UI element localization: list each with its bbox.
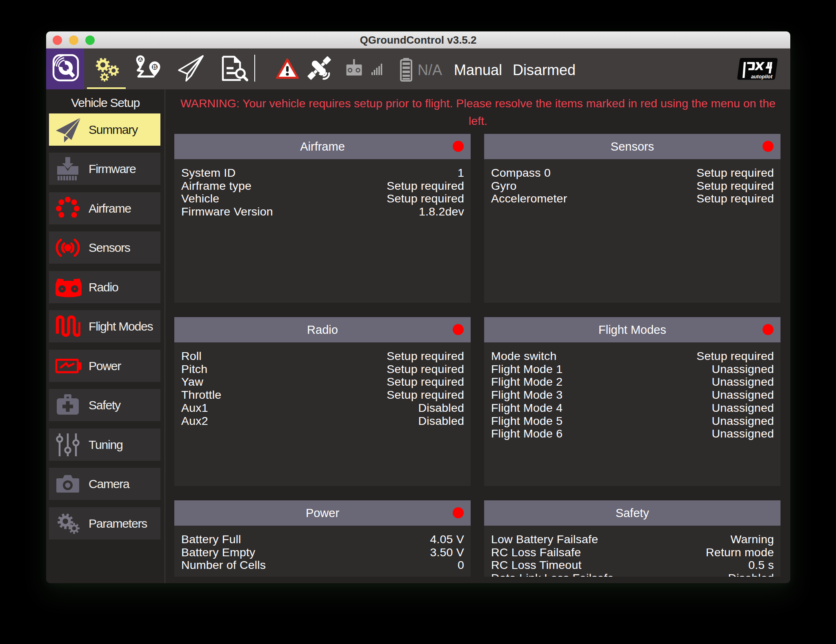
- svg-text:autopilot: autopilot: [751, 73, 772, 80]
- svg-text:B: B: [153, 64, 157, 70]
- svg-text:A: A: [139, 57, 142, 62]
